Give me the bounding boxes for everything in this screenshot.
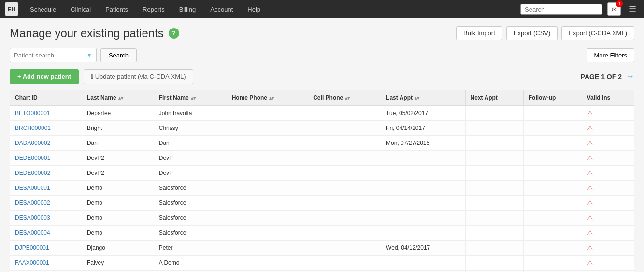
dropdown-arrow-icon[interactable]: ▼ [86, 52, 92, 58]
sort-last-appt-icon[interactable]: ▴▾ [415, 95, 419, 100]
page-title: Manage your existing patients [10, 27, 164, 40]
table-row: BRCH000001BrightChrissyFri, 04/14/2017⚠ [10, 121, 634, 136]
table-cell-4 [308, 256, 381, 271]
export-csv-button[interactable]: Export (CSV) [506, 26, 558, 40]
chart-id-link[interactable]: DADA000002 [15, 140, 50, 146]
table-cell-1: Django [82, 241, 154, 256]
global-search-input[interactable] [520, 4, 602, 15]
export-ccda-button[interactable]: Export (C-CDA XML) [561, 26, 634, 40]
table-cell-8: ⚠ [582, 241, 634, 256]
chart-id-link[interactable]: BRCH000001 [15, 125, 51, 131]
col-cell-phone[interactable]: Cell Phone▴▾ [308, 90, 381, 106]
table-cell-8: ⚠ [582, 196, 634, 211]
bulk-import-button[interactable]: Bulk Import [456, 26, 502, 40]
table-cell-8: ⚠ [582, 136, 634, 151]
col-last-appt[interactable]: Last Appt▴▾ [381, 90, 466, 106]
table-cell-0[interactable]: DEDE000002 [10, 166, 82, 181]
table-row: FAAX000001FalveyA Demo⚠ [10, 256, 634, 271]
table-cell-3 [227, 211, 308, 226]
chart-id-link[interactable]: DESA000002 [15, 200, 50, 206]
table-cell-4 [308, 105, 381, 121]
sort-cell-phone-icon[interactable]: ▴▾ [345, 95, 350, 100]
table-cell-5: Mon, 07/27/2015 [381, 136, 466, 151]
table-cell-0[interactable]: DADA000002 [10, 136, 82, 151]
sort-last-name-icon[interactable]: ▴▾ [118, 95, 123, 100]
table-cell-3 [227, 241, 308, 256]
nav-items-group: Schedule Clinical Patients Reports Billi… [23, 4, 520, 15]
table-cell-8: ⚠ [582, 271, 634, 272]
more-filters-button[interactable]: More Filters [587, 48, 634, 62]
warning-icon: ⚠ [587, 244, 593, 252]
col-home-phone[interactable]: Home Phone▴▾ [227, 90, 308, 106]
chart-id-link[interactable]: DEDE000002 [15, 170, 50, 176]
table-cell-0[interactable]: DEDE000001 [10, 151, 82, 166]
nav-item-clinical[interactable]: Clinical [64, 4, 98, 15]
col-first-name[interactable]: First Name▴▾ [154, 90, 227, 106]
table-cell-7 [523, 196, 582, 211]
warning-icon: ⚠ [587, 199, 593, 207]
table-body: BETO000001DeparteeJohn travoltaTue, 05/0… [10, 105, 634, 272]
add-new-patient-button[interactable]: + Add new patient [10, 69, 79, 84]
table-row: DESA000002DemoSalesforce⚠ [10, 196, 634, 211]
table-cell-1: Falvey [82, 256, 154, 271]
table-cell-0[interactable]: DESA000001 [10, 181, 82, 196]
table-cell-0[interactable]: GECH000001 [10, 271, 82, 272]
chart-id-link[interactable]: DESA000001 [15, 185, 50, 191]
table-row: DESA000001DemoSalesforce⚠ [10, 181, 634, 196]
search-button[interactable]: Search [100, 48, 137, 62]
sort-home-phone-icon[interactable]: ▴▾ [269, 95, 274, 100]
table-cell-0[interactable]: BRCH000001 [10, 121, 82, 136]
table-cell-1: Dan [82, 136, 154, 151]
table-cell-0[interactable]: DJPE000001 [10, 241, 82, 256]
notification-bell[interactable]: ✉ 1 [607, 2, 621, 16]
hamburger-menu-icon[interactable]: ☰ [626, 4, 639, 14]
nav-item-patients[interactable]: Patients [99, 4, 135, 15]
chart-id-link[interactable]: DJPE000001 [15, 244, 49, 251]
table-cell-6 [465, 226, 523, 241]
chart-id-link[interactable]: DEDE000001 [15, 155, 50, 161]
nav-item-billing[interactable]: Billing [172, 4, 203, 15]
table-cell-8: ⚠ [582, 256, 634, 271]
patient-search-input[interactable] [14, 52, 86, 59]
nav-item-schedule[interactable]: Schedule [23, 4, 63, 15]
table-cell-0[interactable]: DESA000004 [10, 226, 82, 241]
sort-first-name-icon[interactable]: ▴▾ [191, 95, 196, 100]
table-cell-7 [523, 136, 582, 151]
table-cell-2: John travolta [154, 105, 227, 121]
col-valid-ins: Valid Ins [582, 90, 634, 106]
nav-item-account[interactable]: Account [203, 4, 240, 15]
update-patient-button[interactable]: ℹ Update patient (via C-CDA XML) [84, 69, 193, 84]
table-cell-2: Salesforce [154, 226, 227, 241]
table-cell-0[interactable]: DESA000003 [10, 211, 82, 226]
table-cell-1: Departee [82, 105, 154, 121]
chart-id-link[interactable]: BETO000001 [15, 110, 50, 116]
table-cell-5 [381, 151, 466, 166]
warning-icon: ⚠ [587, 154, 593, 162]
help-icon[interactable]: ? [169, 28, 179, 39]
notification-badge: 1 [616, 0, 623, 7]
table-cell-8: ⚠ [582, 105, 634, 121]
table-cell-0[interactable]: FAAX000001 [10, 256, 82, 271]
table-cell-0[interactable]: DESA000002 [10, 196, 82, 211]
next-page-arrow-icon[interactable]: → [626, 72, 634, 82]
col-last-name[interactable]: Last Name▴▾ [82, 90, 154, 106]
chart-id-link[interactable]: FAAX000001 [15, 259, 49, 266]
header-buttons: Bulk Import Export (CSV) Export (C-CDA X… [456, 26, 634, 40]
action-row: + Add new patient ℹ Update patient (via … [10, 69, 634, 84]
table-cell-3 [227, 136, 308, 151]
warning-icon: ⚠ [587, 169, 593, 177]
nav-item-help[interactable]: Help [241, 4, 267, 15]
table-cell-8: ⚠ [582, 121, 634, 136]
table-cell-0[interactable]: BETO000001 [10, 105, 82, 121]
table-cell-3 [227, 271, 308, 272]
warning-icon: ⚠ [587, 124, 593, 132]
table-cell-6 [465, 181, 523, 196]
chart-id-link[interactable]: DESA000003 [15, 215, 50, 221]
table-cell-4 [308, 166, 381, 181]
chart-id-link[interactable]: DESA000004 [15, 229, 50, 236]
table-cell-1: Bright [82, 121, 154, 136]
table-cell-5 [381, 211, 466, 226]
table-cell-3 [227, 105, 308, 121]
table-cell-3 [227, 256, 308, 271]
nav-item-reports[interactable]: Reports [136, 4, 172, 15]
